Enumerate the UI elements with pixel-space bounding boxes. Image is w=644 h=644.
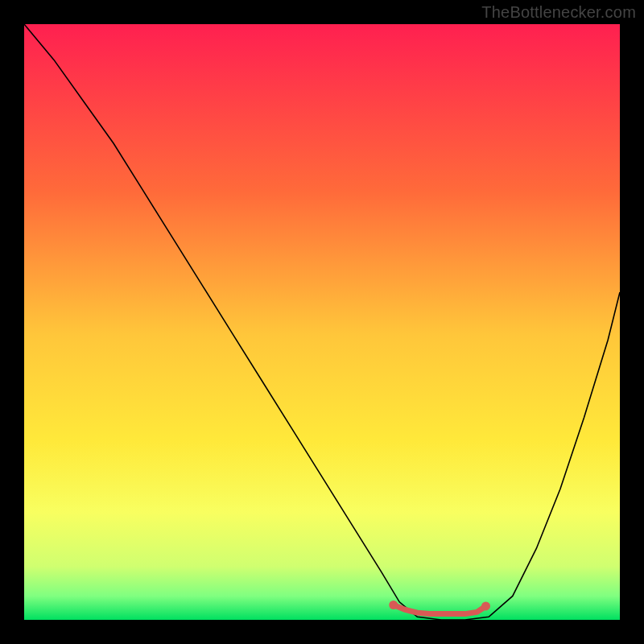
optimal-end-dot [481, 601, 490, 610]
watermark-text: TheBottlenecker.com [481, 3, 636, 22]
optimal-start-dot [389, 601, 398, 609]
plot-background [24, 24, 620, 620]
chart-canvas [0, 0, 644, 644]
bottleneck-chart: TheBottlenecker.com [0, 0, 644, 644]
